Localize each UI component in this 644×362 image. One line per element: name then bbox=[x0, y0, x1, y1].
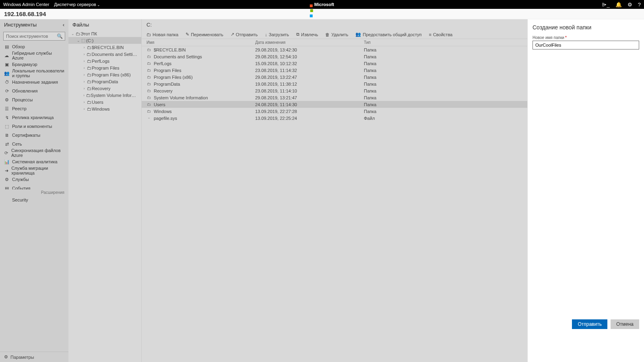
notifications-icon[interactable]: 🔔 bbox=[615, 2, 622, 8]
host-header: 192.168.68.194 bbox=[0, 9, 644, 19]
chevron-down-icon: ⌄ bbox=[97, 3, 100, 7]
folder-icon: 🗀 bbox=[147, 109, 151, 113]
properties-button[interactable]: ≡Свойства bbox=[429, 32, 453, 37]
submit-button[interactable]: Отправить bbox=[572, 319, 607, 329]
toolbar-label: Свойства bbox=[433, 32, 452, 37]
tree-item[interactable]: ›🗀PerfLogs bbox=[68, 58, 141, 64]
folder-name-label: Новое имя папки* bbox=[533, 35, 639, 40]
pc-icon: 🗀 bbox=[75, 31, 80, 36]
tree-label: PerfLogs bbox=[92, 59, 109, 64]
sidebar-item-5[interactable]: ⟳Обновления bbox=[0, 86, 68, 95]
tree-item[interactable]: ›🗀Program Files (x86) bbox=[68, 71, 141, 78]
sidebar-item-3[interactable]: 👥Локальные пользователи и группы bbox=[0, 69, 68, 78]
toolbar-icon: ↓ bbox=[265, 32, 267, 37]
search-icon[interactable]: 🔍 bbox=[57, 33, 63, 39]
sidebar-item-14[interactable]: ➜Служба миграции хранилища bbox=[0, 166, 68, 175]
tool-icon: ⇄ bbox=[4, 142, 10, 147]
server-manager-dropdown[interactable]: Диспетчер серверов⌄ bbox=[54, 2, 100, 7]
extract-button[interactable]: ⧉Извлечь bbox=[296, 32, 318, 37]
share-button[interactable]: 👥Предоставить общий доступ bbox=[355, 32, 421, 37]
tree-label: Program Files (x86) bbox=[92, 72, 131, 77]
row-name: pagefile.sys bbox=[154, 116, 177, 121]
folder-icon: 🗀 bbox=[147, 68, 151, 72]
tools-search-input[interactable] bbox=[3, 32, 65, 41]
sidebar-item-15[interactable]: ⚙Службы bbox=[0, 175, 68, 184]
sidebar-collapse-icon[interactable]: ‹ bbox=[63, 22, 64, 28]
help-icon[interactable]: ? bbox=[638, 2, 641, 8]
powershell-icon[interactable]: ⩥_ bbox=[602, 2, 610, 8]
sidebar-item-label: Назначенные задания bbox=[12, 80, 58, 84]
tree-item[interactable]: ›🗀Program Files bbox=[68, 64, 141, 71]
tool-icon: 👥 bbox=[4, 71, 10, 76]
tree-item[interactable]: ›🗀Documents and Settings bbox=[68, 51, 141, 58]
row-type: Папка bbox=[364, 102, 404, 107]
sidebar-footer-settings[interactable]: ⚙ Параметры bbox=[0, 352, 68, 362]
toolbar-icon: ≡ bbox=[429, 32, 431, 37]
file-icon: ▫ bbox=[147, 116, 151, 120]
upload-button[interactable]: ↗Отправить bbox=[231, 32, 258, 37]
sidebar-item-16[interactable]: ▤События bbox=[0, 184, 68, 189]
rename-button[interactable]: ✎Переименовать bbox=[186, 32, 223, 37]
top-bar: Windows Admin Center Диспетчер серверов⌄… bbox=[0, 0, 644, 9]
sidebar-title: Инструменты bbox=[4, 22, 37, 28]
sidebar-item-8[interactable]: ↯Реплика хранилища bbox=[0, 113, 68, 122]
tree-item[interactable]: ›🗀$RECYCLE.BIN bbox=[68, 44, 141, 51]
toolbar-icon: 👥 bbox=[355, 32, 361, 37]
sidebar-item-label: Сеть bbox=[12, 142, 22, 146]
toolbar-label: Новая папка bbox=[153, 32, 178, 37]
new-folder-button[interactable]: 🗀Новая папка bbox=[147, 32, 178, 37]
tree-drive-c[interactable]: ⌄ ⬚ (C:) bbox=[68, 37, 141, 44]
tree-item[interactable]: ›🗀ProgramData bbox=[68, 78, 141, 85]
cancel-button[interactable]: Отмена bbox=[611, 319, 639, 329]
tree-root[interactable]: ⌄ 🗀 Этот ПК bbox=[68, 30, 141, 37]
sidebar-item-0[interactable]: ▤Обзор bbox=[0, 42, 68, 51]
toolbar-icon: ⧉ bbox=[296, 32, 299, 37]
row-type: Папка bbox=[364, 82, 404, 86]
sidebar-item-label: События bbox=[12, 186, 30, 189]
sidebar-item-label: Сертификаты bbox=[12, 133, 40, 138]
sidebar-item-11[interactable]: ⇄Сеть bbox=[0, 140, 68, 148]
sidebar-item-label: Службы bbox=[12, 177, 29, 182]
sidebar-item-4[interactable]: ⏱Назначенные задания bbox=[0, 78, 68, 86]
folder-icon: 🗀 bbox=[147, 82, 151, 86]
tree-item[interactable]: ›🗀Windows bbox=[68, 105, 141, 112]
folder-name-input[interactable] bbox=[533, 41, 639, 49]
sidebar-item-security[interactable]: Security bbox=[0, 195, 68, 204]
sidebar-item-12[interactable]: ⟳Синхронизация файлов Azure bbox=[0, 148, 68, 157]
extensions-section-label: Расширения bbox=[0, 189, 68, 195]
sidebar-item-13[interactable]: 📊Системная аналитика bbox=[0, 157, 68, 166]
chevron-down-icon: ⌄ bbox=[76, 39, 80, 43]
chevron-right-icon: › bbox=[82, 107, 86, 111]
folder-icon: 🗀 bbox=[147, 75, 151, 79]
sidebar-item-label: Реплика хранилища bbox=[12, 115, 54, 120]
sidebar-item-1[interactable]: ☁Гибридные службы Azure bbox=[0, 51, 68, 60]
tree-item[interactable]: ›🗀System Volume Information bbox=[68, 92, 141, 99]
tree-item[interactable]: ›🗀Users bbox=[68, 99, 141, 105]
sidebar-item-10[interactable]: 🗎Сертификаты bbox=[0, 131, 68, 140]
col-type[interactable]: Тип bbox=[364, 40, 404, 45]
col-name[interactable]: Имя bbox=[147, 40, 255, 45]
sidebar-item-2[interactable]: ▣Брандмауэр bbox=[0, 60, 68, 69]
row-type: Папка bbox=[364, 47, 404, 52]
sidebar-item-9[interactable]: ⬚Роли и компоненты bbox=[0, 122, 68, 131]
product-name[interactable]: Windows Admin Center bbox=[3, 2, 49, 7]
sidebar-item-label: Локальные пользователи и группы bbox=[12, 68, 64, 78]
tools-sidebar: Инструменты ‹ 🔍 ▤Обзор☁Гибридные службы … bbox=[0, 19, 68, 362]
row-date: 15.09.2018, 10:12:32 bbox=[255, 61, 364, 66]
tool-icon: ☰ bbox=[4, 106, 10, 111]
tree-label: Documents and Settings bbox=[92, 52, 139, 57]
row-date: 23.08.2019, 11:14:10 bbox=[255, 88, 364, 93]
delete-button[interactable]: 🗑Удалить bbox=[325, 32, 348, 37]
tool-icon: ⬚ bbox=[4, 124, 10, 129]
chevron-down-icon: ⌄ bbox=[71, 32, 75, 36]
settings-icon[interactable]: ⚙ bbox=[627, 2, 632, 8]
folder-icon: 🗀 bbox=[86, 79, 92, 84]
sidebar-item-7[interactable]: ☰Реестр bbox=[0, 104, 68, 113]
download-button[interactable]: ↓Загрузить bbox=[265, 32, 289, 37]
folder-icon: 🗀 bbox=[86, 93, 91, 98]
chevron-right-icon: › bbox=[82, 93, 86, 97]
col-date[interactable]: Дата изменения bbox=[255, 40, 364, 45]
sidebar-item-6[interactable]: ⚙Процессы bbox=[0, 95, 68, 104]
sidebar-item-label: Обновления bbox=[12, 88, 37, 93]
tree-item[interactable]: ›🗀Recovery bbox=[68, 85, 141, 92]
